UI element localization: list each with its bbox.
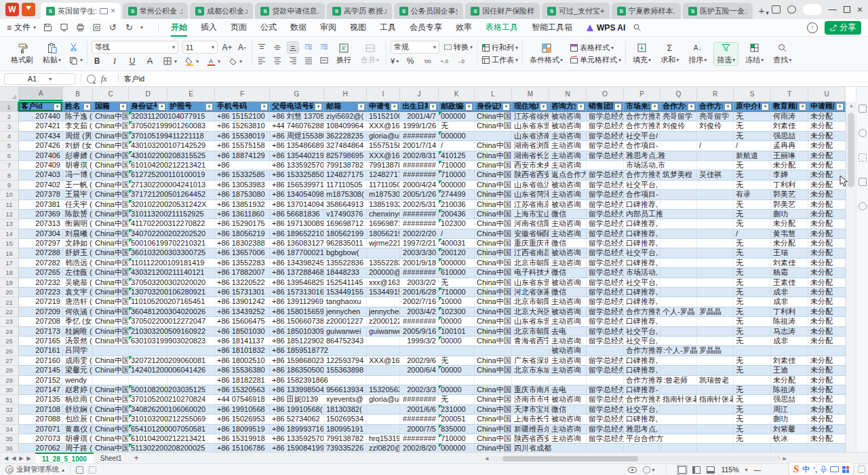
cell-G7[interactable]: +86 1335925706 — [270, 161, 324, 170]
cell-U26[interactable] — [808, 346, 846, 356]
cell-H1[interactable]: 邮箱▾ — [324, 102, 367, 112]
cell-F10[interactable]: +86 18753080 — [215, 190, 270, 200]
align-center-icon[interactable] — [272, 55, 283, 66]
cell-I8[interactable]: 124827175 — [367, 170, 400, 180]
col-header-Q[interactable]: Q — [660, 87, 697, 101]
cell-R17[interactable] — [697, 259, 734, 268]
filter-button[interactable]: ▾ — [119, 103, 127, 111]
customize-toolbar-chevron-icon[interactable]: ▾ — [140, 24, 143, 31]
col-header-O[interactable]: O — [587, 87, 624, 101]
cell-R20[interactable] — [697, 288, 734, 297]
cell-O32[interactable]: 留学总经办 — [587, 405, 624, 415]
cell-T2[interactable]: 何雨涛 — [771, 112, 808, 121]
col-header-B[interactable]: B — [63, 87, 93, 101]
cell-T3[interactable]: 刘素佳 — [771, 121, 808, 131]
freeze-button[interactable]: 冻结▾ — [743, 43, 766, 65]
cell-R9[interactable] — [697, 180, 734, 190]
col-header-K[interactable]: K — [439, 87, 475, 101]
cell-R22[interactable]: 罗晶晶 — [697, 307, 734, 317]
cell-R1[interactable]: 合作方名▾ — [697, 102, 734, 112]
cell-T7[interactable]: 未分配 — [771, 161, 808, 170]
cell-H31[interactable]: xyevents@ — [324, 395, 367, 404]
cell-G1[interactable]: 父母电话号码▾ — [270, 102, 324, 112]
cell-S18[interactable]: 无 — [734, 268, 771, 278]
cell-I25[interactable] — [367, 337, 400, 346]
cell-U21[interactable]: 未分配 — [808, 297, 846, 307]
distribute-icon[interactable] — [319, 55, 330, 66]
cell-P20[interactable]: 口碑推荐, — [624, 288, 660, 297]
cell-I33[interactable] — [367, 415, 400, 424]
cell-N23[interactable]: 主动咨询 — [549, 317, 587, 326]
col-header-I[interactable]: I — [367, 87, 400, 101]
cell-Q8[interactable]: 筑梦美程 — [660, 170, 697, 180]
cell-G2[interactable]: +86 刘慧 137052 — [270, 112, 324, 121]
cell-Q3[interactable]: 刘俊伶 — [660, 121, 697, 131]
cell-A29[interactable]: 207152 — [19, 376, 63, 385]
justify-icon[interactable] — [303, 55, 314, 66]
cell-A34[interactable]: 207071 — [19, 425, 63, 434]
cell-R18[interactable] — [697, 268, 734, 278]
cell-D20[interactable]: 130703200106280921 — [129, 288, 167, 297]
cell-R36[interactable] — [697, 444, 734, 452]
cell-L28[interactable]: China中国 — [475, 366, 512, 375]
cell-B13[interactable]: 衡琬明 (女 — [63, 219, 93, 229]
cell-O20[interactable]: 留学总经办 — [587, 288, 624, 297]
undo-icon[interactable]: ↺ — [108, 22, 118, 33]
cell-M36[interactable]: 四川省成都 — [512, 444, 549, 452]
window-layout-icon[interactable] — [772, 5, 781, 14]
cell-C8[interactable]: China中国 — [93, 170, 129, 180]
panel-form-icon[interactable] — [859, 178, 867, 186]
cell-S9[interactable]: 无 — [734, 180, 771, 190]
row-header-5[interactable]: 5 — [0, 141, 19, 151]
cell-N22[interactable]: 被动咨询 — [549, 307, 587, 317]
cell-I9[interactable]: 117110505 — [367, 180, 400, 190]
scroll-left-icon[interactable]: ◀ — [485, 456, 488, 461]
cell-T14[interactable]: 黄韦慧 — [771, 229, 808, 239]
cell-C24[interactable]: China中国 — [93, 327, 129, 337]
cell-K5[interactable]: / — [439, 141, 475, 151]
cell-K14[interactable]: / — [439, 229, 475, 239]
menu-tab[interactable]: 插入 — [194, 19, 224, 36]
cell-G22[interactable]: +86 1580156591 — [270, 307, 324, 317]
cell-I27[interactable]: XXX@163. — [367, 356, 400, 366]
chevron-down-icon[interactable]: ▾ — [196, 58, 199, 64]
cell-G27[interactable]: +86 1598680233 — [270, 356, 324, 366]
cell-G9[interactable]: +86 1565399710 — [270, 180, 324, 190]
filter-button[interactable]: ▾ — [651, 103, 658, 111]
cell-B24[interactable]: 桂婉唯 (女 — [63, 327, 93, 337]
cell-U10[interactable]: 未分配 — [808, 190, 846, 200]
cell-Q1[interactable]: 合作方公▾ — [660, 102, 697, 112]
cell-O6[interactable]: 留学总经办 — [587, 151, 624, 161]
cell-U20[interactable]: 未分配 — [808, 288, 846, 297]
formula-input[interactable]: 客户id — [124, 74, 145, 84]
cell-O13[interactable]: 留学总经办 — [587, 219, 624, 229]
row-header-26[interactable]: 26 — [0, 346, 19, 356]
cell-S33[interactable]: 无 — [734, 415, 771, 424]
cell-H2[interactable]: ziyi5692@( — [324, 112, 367, 121]
cell-B7[interactable]: 胡睿琪 (女 — [63, 161, 93, 170]
cell-M20[interactable]: 河北省张家 — [512, 288, 549, 297]
col-header-R[interactable]: R — [697, 87, 734, 101]
cell-K4[interactable]: 000000 — [439, 132, 475, 141]
row-header-33[interactable]: 33 — [0, 415, 19, 424]
cell-H36[interactable]: 739335226 — [324, 444, 367, 452]
row-header-7[interactable]: 7 — [0, 161, 19, 170]
cell-Q33[interactable] — [660, 415, 697, 424]
cell-G30[interactable]: +86 1339985047 — [270, 385, 324, 395]
panel-history-icon[interactable] — [859, 129, 867, 137]
cell-N12[interactable]: 微信 — [549, 210, 587, 219]
cell-R23[interactable] — [697, 317, 734, 326]
cell-O8[interactable]: 留学总经办 — [587, 170, 624, 180]
cell-B8[interactable]: 冯一博 (男 — [63, 170, 93, 180]
align-left-icon[interactable] — [256, 55, 267, 66]
cell-N19[interactable]: 被动咨询 — [549, 278, 587, 288]
cell-N33[interactable]: 被动咨询 — [549, 415, 587, 424]
cell-L29[interactable] — [475, 376, 512, 385]
cell-B32[interactable]: 舒欣娴 (女 — [63, 405, 93, 415]
cell-F12[interactable]: +86 13611860 — [215, 210, 270, 219]
cell-S8[interactable]: 无 — [734, 170, 771, 180]
cell-P10[interactable]: 合作项目- — [624, 190, 660, 200]
copy-icon[interactable] — [68, 55, 79, 66]
cell-H26[interactable] — [324, 346, 367, 356]
cell-F29[interactable]: +86 18182281 — [215, 376, 270, 385]
